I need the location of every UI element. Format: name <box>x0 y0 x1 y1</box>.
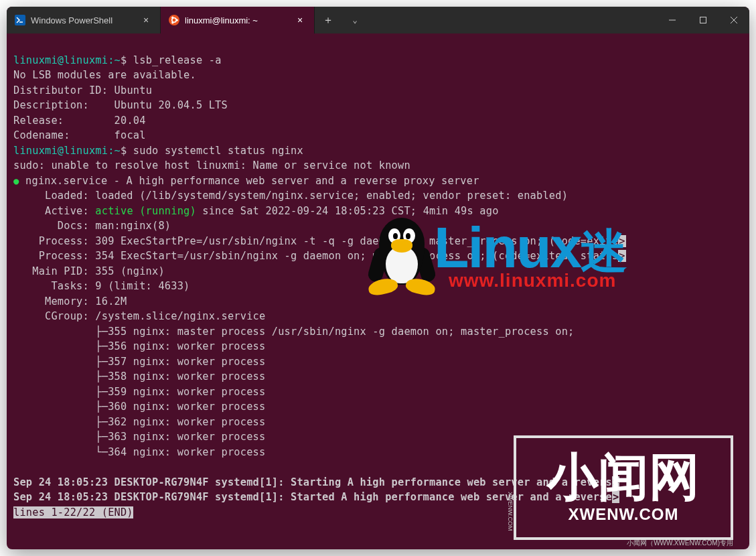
prompt-symbol: $ <box>121 54 127 66</box>
output-line: No LSB modules are available. <box>13 69 196 81</box>
prompt-path: ~ <box>115 145 121 157</box>
svg-point-3 <box>176 19 178 21</box>
output-line: └─364 nginx: worker process <box>13 446 265 458</box>
command-text: lsb_release -a <box>133 54 222 66</box>
terminal-window: Windows PowerShell × linuxmi@linuxmi: ~ … <box>7 7 749 549</box>
output-line: Distributor ID: Ubuntu <box>13 84 152 96</box>
output-line: ├─355 nginx: master process /usr/sbin/ng… <box>13 326 574 338</box>
prompt-user: linuxmi@linuxmi <box>13 145 108 157</box>
prompt-symbol: $ <box>121 145 127 157</box>
minimize-button[interactable] <box>657 7 688 33</box>
ubuntu-icon <box>169 15 179 25</box>
output-line: Codename: focal <box>13 129 146 141</box>
status-dot-icon: ● <box>13 176 19 186</box>
output-line: Tasks: 9 (limit: 4633) <box>13 280 190 292</box>
output-line: sudo: unable to resolve host linuxmi: Na… <box>13 159 410 171</box>
tab-label: linuxmi@linuxmi: ~ <box>185 15 258 25</box>
tab-label: Windows PowerShell <box>31 15 112 25</box>
window-controls <box>657 7 749 33</box>
tab-linuxmi[interactable]: linuxmi@linuxmi: ~ × <box>161 7 315 33</box>
new-tab-button[interactable]: ＋ <box>315 7 342 33</box>
tab-powershell[interactable]: Windows PowerShell × <box>7 7 161 33</box>
powershell-icon <box>15 15 25 25</box>
command-text: sudo systemctl status nginx <box>133 145 303 157</box>
output-line: Description: Ubuntu 20.04.5 LTS <box>13 99 228 111</box>
output-line: Main PID: 355 (nginx) <box>13 265 165 277</box>
svg-rect-7 <box>700 17 706 23</box>
output-line: ├─359 nginx: worker process <box>13 386 265 398</box>
prompt-user: linuxmi@linuxmi <box>13 54 108 66</box>
output-line: Docs: man:nginx(8) <box>13 220 171 232</box>
output-line: ├─357 nginx: worker process <box>13 356 265 368</box>
terminal-output[interactable]: linuxmi@linuxmi:~$ lsb_release -a No LSB… <box>7 33 749 527</box>
output-line: ├─356 nginx: worker process <box>13 340 265 352</box>
close-icon[interactable]: × <box>294 14 306 26</box>
close-icon[interactable]: × <box>140 14 152 26</box>
svg-point-5 <box>171 21 173 23</box>
maximize-button[interactable] <box>688 7 719 33</box>
output-line: nginx.service - A high performance web s… <box>25 175 479 187</box>
output-line: Memory: 16.2M <box>13 295 127 307</box>
output-line: ├─358 nginx: worker process <box>13 370 265 383</box>
output-line: Sep 24 18:05:23 DESKTOP-RG79N4F systemd[… <box>13 491 619 503</box>
output-line: CGroup: /system.slice/nginx.service <box>13 310 265 322</box>
output-line: Process: 354 ExecStart=/usr/sbin/nginx -… <box>13 250 626 262</box>
svg-point-4 <box>171 17 173 19</box>
titlebar: Windows PowerShell × linuxmi@linuxmi: ~ … <box>7 7 749 33</box>
output-line: ├─362 nginx: worker process <box>13 416 265 428</box>
close-button[interactable] <box>719 7 749 33</box>
output-line: ├─363 nginx: worker process <box>13 431 265 443</box>
pager-status: lines 1-22/22 (END) <box>13 506 133 518</box>
output-line: Loaded: loaded (/lib/systemd/system/ngin… <box>13 190 568 202</box>
tab-dropdown-button[interactable]: ⌄ <box>342 7 368 33</box>
output-line: ├─360 nginx: worker process <box>13 401 265 413</box>
active-status: active (running) <box>95 205 196 217</box>
prompt-path: ~ <box>115 54 121 66</box>
output-line: Process: 309 ExecStartPre=/usr/sbin/ngin… <box>13 235 626 247</box>
output-line: Sep 24 18:05:23 DESKTOP-RG79N4F systemd[… <box>13 476 619 488</box>
output-line: Release: 20.04 <box>13 115 146 127</box>
output-line: Active: active (running) since Sat 2022-… <box>13 205 499 217</box>
watermark-footer: 小闻网（WWW.XWENW.COM)专用 <box>627 539 733 548</box>
